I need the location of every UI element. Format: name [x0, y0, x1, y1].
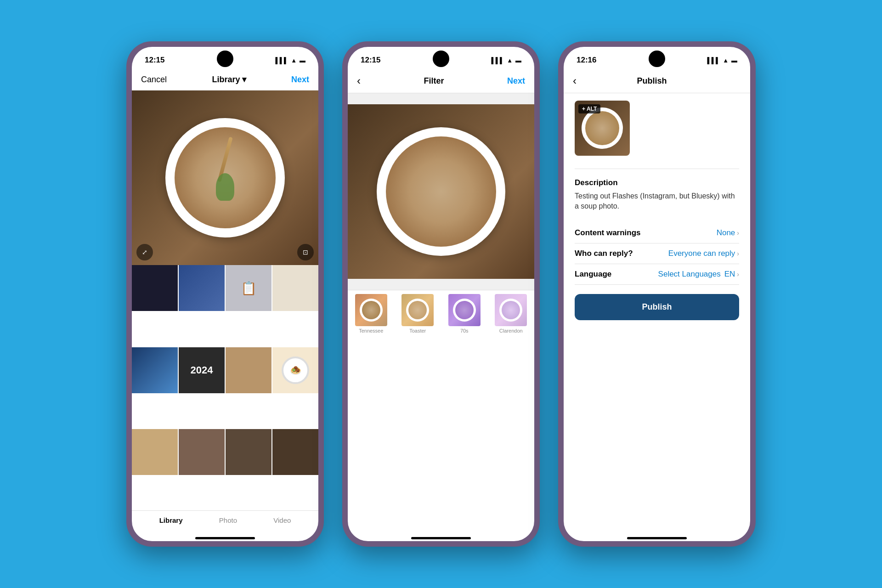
bowl-filter [386, 136, 496, 247]
publish-content: + ALT Description Testing out Flashes (I… [564, 93, 750, 533]
thumb-11[interactable] [226, 429, 271, 475]
who-reply-row[interactable]: Who can reply? Everyone can reply › [575, 243, 739, 264]
status-icons-3: ▌▌▌ ▲ ▬ [707, 57, 737, 64]
thumb-7[interactable] [226, 347, 271, 393]
description-section: Description Testing out Flashes (Instagr… [575, 173, 739, 223]
thumb-6[interactable]: 2024 [179, 347, 225, 393]
filter-main-image [348, 93, 534, 290]
phone-publish: 12:16 ▌▌▌ ▲ ▬ ‹ Publish [558, 41, 756, 547]
thumb-2[interactable] [179, 265, 225, 311]
language-code: EN [724, 270, 735, 279]
divider-1 [575, 169, 739, 169]
tab-bar-1: Library Photo Video [132, 510, 318, 533]
camera-pill-2 [433, 51, 449, 67]
nav-bar-2: ‹ Filter Next [348, 71, 534, 93]
dropdown-icon: ▾ [242, 74, 246, 85]
thumb-10[interactable] [179, 429, 225, 475]
filtered-soup [348, 104, 534, 279]
thumb-4[interactable] [272, 265, 318, 311]
plate-filter [377, 127, 505, 256]
next-button-1[interactable]: Next [291, 75, 309, 85]
main-image-1: ⤢ ⊡ [132, 90, 318, 265]
thumbnail-area: 📋 2024 🧆 [132, 265, 318, 510]
back-button-3[interactable]: ‹ [573, 74, 577, 87]
nav-bar-3: ‹ Publish [564, 71, 750, 93]
language-value: Select Languages EN › [658, 270, 739, 279]
tab-photo[interactable]: Photo [219, 516, 237, 524]
status-bar-1: 12:15 ▌▌▌ ▲ ▬ [132, 47, 318, 71]
thumb-1[interactable] [132, 265, 178, 311]
filter-70s[interactable]: 70s [441, 290, 488, 337]
status-bar-2: 12:15 ▌▌▌ ▲ ▬ [348, 47, 534, 71]
home-indicator-1 [195, 537, 255, 539]
status-icons-2: ▌▌▌ ▲ ▬ [491, 57, 521, 64]
next-button-2[interactable]: Next [507, 76, 525, 86]
tab-video[interactable]: Video [273, 516, 291, 524]
wifi-icon-3: ▲ [723, 57, 729, 64]
soup-bowl-1 [175, 127, 276, 228]
alt-badge[interactable]: + ALT [578, 104, 600, 113]
home-indicator-2 [411, 537, 471, 539]
filter-tennessee[interactable]: Tennessee [348, 290, 395, 337]
chevron-icon-language: › [737, 271, 739, 278]
language-row[interactable]: Language Select Languages EN › [575, 264, 739, 285]
thumb-3[interactable]: 📋 [226, 265, 271, 311]
publish-title: Publish [637, 76, 667, 86]
phone-library: 12:15 ▌▌▌ ▲ ▬ Cancel Library ▾ Next [126, 41, 324, 547]
image-controls: ⤢ ⊡ [136, 244, 314, 260]
library-label: Library [212, 75, 240, 85]
tab-library[interactable]: Library [159, 516, 183, 524]
filter-thumb-img-tennessee [355, 294, 387, 326]
battery-icon-2: ▬ [515, 57, 521, 64]
language-label: Language [575, 270, 611, 279]
thumb-8[interactable]: 🧆 [272, 347, 318, 393]
home-indicator-3 [627, 537, 687, 539]
filter-thumb-img-clarendon [495, 294, 527, 326]
cancel-button[interactable]: Cancel [141, 75, 167, 85]
wifi-icon-2: ▲ [507, 57, 513, 64]
content-warnings-value: None › [717, 228, 739, 237]
filter-clarendon[interactable]: Clarendon [488, 290, 535, 337]
filter-label-toaster: Toaster [409, 328, 426, 334]
content-warnings-row[interactable]: Content warnings None › [575, 223, 739, 243]
filter-label-70s: 70s [460, 328, 469, 334]
camera-pill-3 [649, 51, 665, 67]
filter-toaster[interactable]: Toaster [395, 290, 441, 337]
content-warnings-label: Content warnings [575, 228, 641, 237]
signal-icon: ▌▌▌ [275, 57, 288, 64]
library-dropdown[interactable]: Library ▾ [212, 74, 246, 85]
soup-plate-1 [165, 118, 285, 237]
filter-label-clarendon: Clarendon [499, 328, 523, 334]
expand-button[interactable]: ⤢ [136, 244, 153, 260]
chevron-icon-reply: › [737, 250, 739, 257]
filter-thumb-img-70s [448, 294, 481, 326]
thumb-12[interactable] [272, 429, 318, 475]
status-time-1: 12:15 [145, 56, 164, 65]
thumb-plate [582, 107, 623, 149]
thumb-bowl [585, 111, 619, 145]
filter-strip: Tennessee Toaster 70s [348, 290, 534, 337]
description-title: Description [575, 178, 739, 187]
signal-icon-3: ▌▌▌ [707, 57, 720, 64]
back-button-2[interactable]: ‹ [357, 74, 361, 87]
filter-thumb-img-toaster [401, 294, 434, 326]
status-icons-1: ▌▌▌ ▲ ▬ [275, 57, 305, 64]
photo-grid: 📋 2024 🧆 [132, 265, 318, 510]
publish-button[interactable]: Publish [575, 294, 739, 320]
status-time-2: 12:15 [361, 56, 380, 65]
garnish-icon [216, 173, 234, 201]
chevron-icon-warnings: › [737, 229, 739, 237]
who-reply-label: Who can reply? [575, 249, 633, 258]
filter-spacer [348, 337, 534, 534]
aspect-button[interactable]: ⊡ [297, 244, 314, 260]
thumb-5[interactable] [132, 347, 178, 393]
status-bar-3: 12:16 ▌▌▌ ▲ ▬ [564, 47, 750, 71]
description-text: Testing out Flashes (Instagram, but Blue… [575, 191, 739, 212]
signal-icon-2: ▌▌▌ [491, 57, 504, 64]
filter-label-tennessee: Tennessee [359, 328, 383, 334]
post-preview: + ALT [575, 101, 739, 156]
nav-bar-1: Cancel Library ▾ Next [132, 71, 318, 90]
battery-icon: ▬ [300, 57, 305, 64]
post-thumbnail[interactable]: + ALT [575, 101, 630, 156]
thumb-9[interactable] [132, 429, 178, 475]
